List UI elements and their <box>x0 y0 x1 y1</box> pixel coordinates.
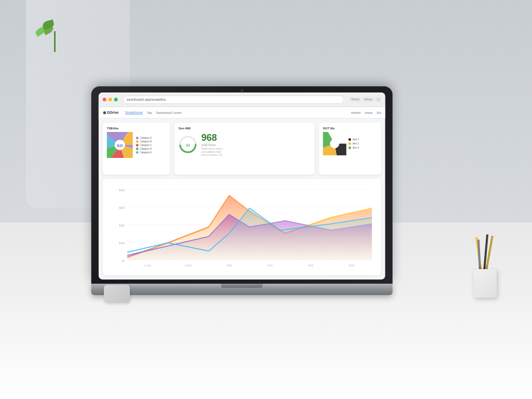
legend-item-0: Category A <box>136 137 152 139</box>
svg-text:3600: 3600 <box>349 264 354 268</box>
svg-text:3900: 3900 <box>308 264 314 268</box>
plant-decoration <box>42 31 68 52</box>
maximize-dot[interactable] <box>114 98 118 101</box>
right-legend: Item 1 Item 2 Item 3 <box>349 138 360 149</box>
legend-dot-2 <box>136 144 139 147</box>
nav-brand[interactable]: ◉ GDrive <box>103 111 119 115</box>
browser-bar: dashboard.app/analytics Share Setup ⬡ <box>99 92 385 107</box>
svg-text:4J: 4J <box>186 143 190 147</box>
legend-dot-0 <box>136 137 139 139</box>
nav-item-streamhorse[interactable]: Streamhorse <box>125 111 143 114</box>
trackpad <box>104 285 130 303</box>
stats-detail-3: Active sessions 2.1k <box>202 154 223 156</box>
laptop-hinge <box>221 284 263 288</box>
nav-item-share[interactable]: share <box>365 111 373 114</box>
nav-item-refresh[interactable]: refresh <box>351 111 361 114</box>
svg-point-13 <box>330 139 339 149</box>
browser-actions: Share Setup ⬡ <box>350 97 381 102</box>
url-bar[interactable]: dashboard.app/analytics <box>123 96 344 104</box>
dashboard-top-row: T2BAbs <box>103 123 381 175</box>
svg-text:$300: $300 <box>119 206 125 209</box>
legend-dot-1 <box>136 140 139 143</box>
right-pie-svg <box>323 132 347 155</box>
left-pie-card: T2BAbs <box>103 123 170 175</box>
pie-chart-svg: SO <box>107 132 133 158</box>
nav-item-tap[interactable]: Tap <box>147 111 152 114</box>
laptop-body: dashboard.app/analytics Share Setup ⬡ ◉ … <box>91 86 393 295</box>
legend-label-0: Category A <box>140 137 152 139</box>
legend-dot-3 <box>136 148 139 150</box>
stats-sub: Total Score <box>202 143 223 147</box>
svg-text:$400: $400 <box>119 188 125 192</box>
legend-dot-4 <box>136 151 139 154</box>
left-card-title: T2BAbs <box>107 127 166 130</box>
dashboard-main: T2BAbs <box>99 118 385 280</box>
svg-text:$100: $100 <box>119 241 125 245</box>
screen-content: dashboard.app/analytics Share Setup ⬡ ◉ … <box>99 92 385 280</box>
stats-detail: Performance metrics <box>202 148 223 150</box>
pencil-holder <box>470 241 501 298</box>
svg-text:3640: 3640 <box>267 264 273 268</box>
hex-btn[interactable]: ⬡ <box>376 97 381 102</box>
main-chart-svg: $400 $300 $200 $100 $0 <box>107 183 377 271</box>
minimize-dot[interactable] <box>109 98 112 101</box>
laptop: dashboard.app/analytics Share Setup ⬡ ◉ … <box>91 86 393 295</box>
svg-text:$200: $200 <box>119 223 125 227</box>
laptop-base <box>91 284 393 295</box>
pencil-gray <box>477 240 481 271</box>
right-label-1: Item 2 <box>353 142 360 145</box>
holder-cup <box>474 269 497 298</box>
share-btn[interactable]: Share <box>350 97 361 102</box>
stats-number: 968 <box>202 133 223 142</box>
right-legend-0: Item 1 <box>349 138 360 141</box>
right-dot-0 <box>349 138 351 141</box>
main-chart-card: $400 $300 $200 $100 $0 <box>103 179 381 275</box>
legend-label-4: Category E <box>140 151 152 154</box>
right-card-title: SGT 9lo <box>323 127 377 130</box>
nav-item-dashboard[interactable]: Dashboard Center <box>156 111 182 114</box>
camera-dot <box>241 89 243 92</box>
right-legend-2: Item 3 <box>349 147 360 149</box>
right-pie-container: Item 1 Item 2 Item 3 <box>323 132 377 155</box>
svg-text:3566: 3566 <box>227 264 232 268</box>
dashboard-nav: ◉ GDrive Streamhorse Tap Dashboard Cente… <box>99 107 385 118</box>
right-label-2: Item 3 <box>353 147 360 149</box>
right-legend-1: Item 2 <box>349 142 360 145</box>
stats-detail-2: Last updated today <box>202 151 223 153</box>
url-text: dashboard.app/analytics <box>127 98 166 101</box>
laptop-screen-inner: dashboard.app/analytics Share Setup ⬡ ◉ … <box>99 92 385 280</box>
svg-text:$0: $0 <box>122 259 124 262</box>
legend-item-2: Category C <box>136 144 152 147</box>
setup-btn[interactable]: Setup <box>363 97 374 102</box>
right-dot-1 <box>349 142 351 145</box>
right-dot-2 <box>349 147 351 149</box>
pie-container: SO Category A <box>107 132 166 158</box>
laptop-screen-outer: dashboard.app/analytics Share Setup ⬡ ◉ … <box>91 86 393 284</box>
nav-item-go[interactable]: Go <box>377 111 381 114</box>
middle-card-title: Son 968 <box>179 127 311 130</box>
right-pie-card: SGT 9lo <box>319 123 381 175</box>
legend-label-1: Category B <box>140 140 152 143</box>
legend-label-3: Category D <box>140 148 152 150</box>
svg-text:SO: SO <box>117 143 123 148</box>
legend-item-3: Category D <box>136 148 152 150</box>
pie-legend: Category A Category B Cate <box>136 137 152 154</box>
right-label-0: Item 1 <box>353 138 360 141</box>
legend-item-1: Category B <box>136 140 152 143</box>
legend-item-4: Category E <box>136 151 152 154</box>
legend-label-2: Category C <box>140 144 152 147</box>
stats-circle-svg: 4J <box>179 135 197 154</box>
svg-text:S.4bk: S.4bk <box>144 264 151 268</box>
middle-stats-card: Son 968 4J 968 Total Sco <box>175 123 315 175</box>
close-dot[interactable] <box>103 98 107 101</box>
svg-text:S30%: S30% <box>185 264 192 268</box>
